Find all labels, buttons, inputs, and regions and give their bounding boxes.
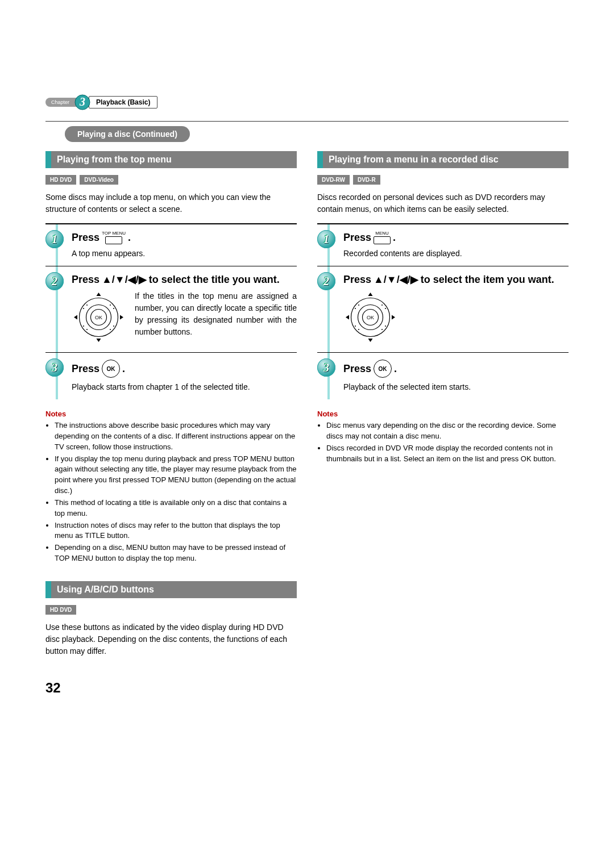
step-subtext: A top menu appears.: [72, 249, 297, 258]
badge-dvd-video: DVD-Video: [80, 175, 118, 185]
step-instruction: Press MENU .: [343, 231, 569, 244]
badge-hd-dvd: HD DVD: [45, 175, 76, 185]
intro-text: Some discs may include a top menu, on wh…: [45, 191, 297, 215]
dpad-icon: OK: [343, 290, 397, 344]
chapter-title: Playback (Basic): [89, 96, 157, 108]
svg-point-15: [83, 308, 84, 309]
svg-point-16: [86, 329, 88, 330]
step-1: 1 Press MENU . Recorded contents are dis…: [317, 224, 569, 266]
svg-marker-7: [97, 339, 101, 342]
notes-list: Disc menus vary depending on the disc or…: [317, 420, 569, 464]
notes-list: The instructions above describe basic pr…: [45, 420, 297, 564]
svg-marker-8: [74, 315, 77, 320]
format-badges: HD DVD DVD-Video: [45, 175, 297, 185]
note-item: Disc menus vary depending on the disc or…: [326, 420, 569, 442]
heading-text: Playing from a menu in a recorded disc: [323, 151, 569, 168]
svg-point-33: [355, 326, 356, 327]
svg-marker-22: [368, 293, 373, 296]
svg-point-30: [358, 304, 359, 306]
step-instruction: Press OK .: [72, 360, 297, 378]
badge-dvd-rw: DVD-RW: [317, 175, 350, 185]
right-column: Playing from a menu in a recorded disc D…: [317, 151, 569, 696]
step-1: 1 Press TOP MENU . A top menu appears.: [45, 224, 297, 266]
svg-marker-23: [368, 339, 373, 342]
step-3: 3 Press OK . Playback starts from chapte…: [45, 353, 297, 399]
section-heading: Playing from a menu in a recorded disc: [317, 151, 569, 168]
chapter-number-icon: 3: [74, 94, 91, 111]
svg-point-17: [83, 326, 84, 327]
continuation-tab: Playing a disc (Continued): [65, 126, 190, 142]
chapter-label: Chapter: [45, 98, 77, 107]
badge-hd-dvd: HD DVD: [45, 605, 76, 615]
svg-point-14: [86, 304, 88, 306]
step-2: 2 Press ▲/▼/◀/▶ to select the title you …: [45, 266, 297, 353]
intro-text: Use these buttons as indicated by the vi…: [45, 621, 297, 657]
heading-text: Using A/B/C/D buttons: [51, 581, 297, 598]
svg-text:OK: OK: [95, 315, 102, 320]
step-subtext: Recorded contents are displayed.: [343, 249, 569, 258]
chapter-bar: Chapter 3 Playback (Basic): [45, 94, 569, 111]
menu-button-icon: MENU: [374, 231, 391, 244]
step-2: 2 Press ▲/▼/◀/▶ to select the item you w…: [317, 266, 569, 353]
step-subtext: Playback starts from chapter 1 of the se…: [72, 382, 297, 391]
step-number-icon: 1: [45, 230, 64, 248]
step-side-text: If the titles in the top menu are assign…: [135, 290, 297, 344]
ok-button-icon: OK: [374, 360, 392, 378]
svg-marker-9: [120, 315, 123, 320]
dpad-icon: OK: [72, 290, 126, 344]
intro-text: Discs recorded on personal devices such …: [317, 191, 569, 215]
format-badges: HD DVD: [45, 605, 297, 615]
note-item: If you display the top menu during playb…: [55, 454, 297, 496]
ok-button-icon: OK: [102, 360, 120, 378]
step-number-icon: 3: [317, 358, 335, 377]
svg-point-31: [355, 308, 356, 309]
svg-marker-24: [346, 315, 349, 320]
notes-heading: Notes: [45, 410, 297, 418]
step-number-icon: 3: [45, 358, 64, 377]
svg-point-12: [110, 329, 111, 330]
step-number-icon: 2: [45, 272, 64, 290]
step-instruction: Press TOP MENU .: [72, 231, 297, 244]
note-item: The instructions above describe basic pr…: [55, 420, 297, 453]
note-item: Instruction notes of discs may refer to …: [55, 520, 297, 542]
svg-point-27: [385, 308, 386, 309]
top-menu-button-icon: TOP MENU: [102, 231, 126, 244]
step-number-icon: 2: [317, 272, 335, 290]
notes-heading: Notes: [317, 410, 569, 418]
steps-list: 1 Press TOP MENU . A top menu appears.: [45, 223, 297, 399]
svg-point-28: [381, 329, 383, 330]
badge-dvd-r: DVD-R: [353, 175, 380, 185]
left-column: Playing from the top menu HD DVD DVD-Vid…: [45, 151, 297, 696]
step-3: 3 Press OK . Playback of the selected it…: [317, 353, 569, 399]
note-item: This method of locating a title is avail…: [55, 498, 297, 519]
step-number-icon: 1: [317, 230, 335, 248]
manual-page: Chapter 3 Playback (Basic) Playing a dis…: [0, 0, 614, 730]
step-instruction: Press ▲/▼/◀/▶ to select the item you wan…: [343, 273, 569, 286]
note-item: Discs recorded in DVD VR mode display th…: [326, 443, 569, 465]
svg-marker-25: [392, 315, 395, 320]
divider: [45, 121, 569, 122]
format-badges: DVD-RW DVD-R: [317, 175, 569, 185]
svg-point-32: [358, 329, 359, 330]
step-instruction: Press ▲/▼/◀/▶ to select the title you wa…: [72, 273, 297, 286]
page-number: 32: [45, 680, 297, 696]
step-subtext: Playback of the selected item starts.: [343, 382, 569, 391]
svg-point-11: [113, 308, 114, 309]
section-heading: Using A/B/C/D buttons: [45, 581, 297, 598]
section-heading: Playing from the top menu: [45, 151, 297, 168]
steps-list: 1 Press MENU . Recorded contents are dis…: [317, 223, 569, 399]
svg-point-26: [381, 304, 383, 306]
svg-point-13: [113, 326, 114, 327]
svg-point-29: [385, 326, 386, 327]
svg-point-10: [110, 304, 111, 306]
heading-text: Playing from the top menu: [51, 151, 297, 168]
svg-marker-6: [97, 293, 101, 296]
svg-text:3: 3: [79, 95, 85, 108]
note-item: Depending on a disc, MENU button may hav…: [55, 542, 297, 564]
step-instruction: Press OK .: [343, 360, 569, 378]
svg-text:OK: OK: [367, 315, 374, 320]
